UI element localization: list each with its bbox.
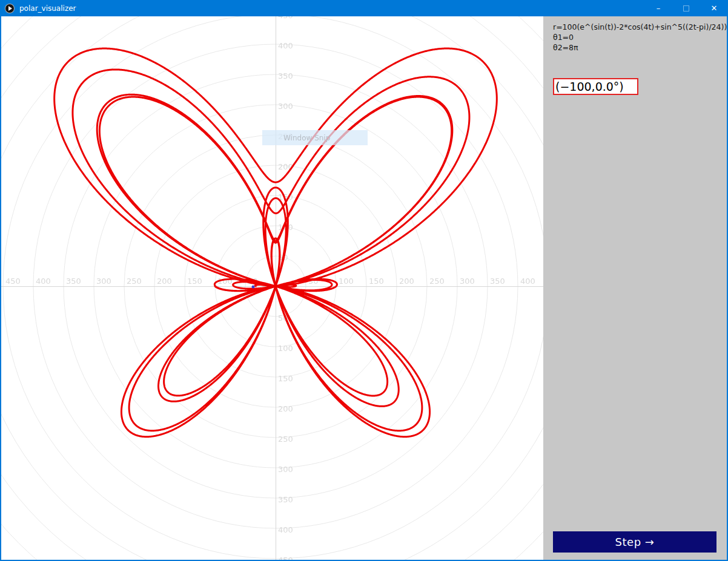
play-triangle-icon [8, 6, 12, 11]
maximize-button[interactable] [672, 0, 700, 16]
current-point-field[interactable]: (−100,0.0°) [553, 78, 638, 95]
theta1-line: θ1=0 [553, 32, 723, 42]
title-bar: polar_visualizer – ✕ [0, 0, 728, 16]
window-snip-overlay: Window Snip [262, 130, 368, 145]
side-panel: r=100(e^(sin(t))-2*cos(4t)+sin^5((2t-pi)… [543, 16, 727, 560]
minimize-button[interactable]: – [644, 0, 672, 16]
app-play-icon [5, 4, 15, 13]
close-button[interactable]: ✕ [700, 0, 728, 16]
window-controls: – ✕ [644, 0, 728, 16]
maximize-icon [683, 5, 689, 11]
minimize-icon: – [657, 4, 661, 13]
window-content: Window Snip r=100(e^(sin(t))-2*cos(4t)+s… [1, 16, 727, 560]
window-title: polar_visualizer [19, 4, 76, 13]
step-button[interactable]: Step → [553, 531, 716, 553]
app-window: polar_visualizer – ✕ Window Snip r=100(e… [0, 0, 728, 561]
polar-plot-canvas [1, 16, 543, 560]
theta2-line: θ2=8π [553, 42, 723, 53]
window-snip-label: Window Snip [283, 134, 330, 142]
close-icon: ✕ [711, 4, 718, 13]
polar-plot-area: Window Snip [1, 16, 543, 560]
formula-line: r=100(e^(sin(t))-2*cos(4t)+sin^5((2t-pi)… [553, 22, 723, 32]
formula-block: r=100(e^(sin(t))-2*cos(4t)+sin^5((2t-pi)… [543, 16, 727, 53]
